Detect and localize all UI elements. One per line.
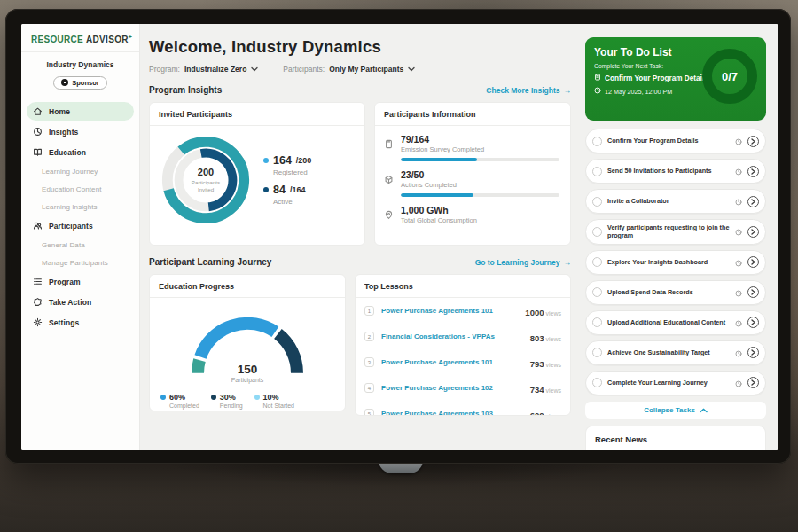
invited-donut-chart: 200 Participants Invited bbox=[159, 133, 253, 227]
clock-icon bbox=[735, 315, 742, 331]
check-more-insights-link[interactable]: Check More Insights→ bbox=[486, 86, 571, 95]
insights-cards-row: Invited Participants 200 bbox=[149, 102, 571, 246]
clock-icon bbox=[735, 345, 742, 361]
task-open-button[interactable] bbox=[747, 317, 759, 328]
logo-advisor: ADVISOR bbox=[86, 35, 129, 44]
task-open-button[interactable] bbox=[747, 166, 759, 177]
task-open-button[interactable] bbox=[747, 377, 759, 388]
lesson-views: 600views bbox=[530, 406, 561, 417]
sidebar-item-education[interactable]: Education bbox=[27, 143, 134, 161]
sidebar: RESOURCEADVISOR+ Industry Dynamics Spons… bbox=[21, 24, 140, 450]
sidebar-item-learning-journey[interactable]: Learning Journey bbox=[27, 163, 134, 179]
task-open-button[interactable] bbox=[747, 347, 759, 358]
chevron-down-icon bbox=[408, 65, 415, 74]
sidebar-item-insights[interactable]: Insights bbox=[27, 122, 134, 141]
lesson-link[interactable]: Power Purchase Agreements 101 bbox=[381, 358, 493, 366]
sponsor-icon bbox=[61, 79, 68, 86]
sidebar-item-general-data[interactable]: General Data bbox=[27, 237, 134, 253]
settings-icon bbox=[33, 317, 43, 327]
legend-total: /200 bbox=[296, 156, 312, 165]
recent-news-title: Recent News bbox=[586, 426, 765, 450]
sidebar-item-home[interactable]: Home bbox=[27, 102, 134, 121]
sidebar-item-label: Participants bbox=[49, 222, 93, 231]
learning-journey-header: Participant Learning Journey Go to Learn… bbox=[149, 257, 571, 267]
info-value: 79/164 bbox=[401, 134, 559, 145]
info-label: Emission Survey Completed bbox=[401, 145, 559, 153]
legend-dot-icon bbox=[263, 187, 269, 192]
legend-percent: 60% bbox=[169, 393, 200, 402]
task-checkbox[interactable] bbox=[592, 167, 602, 176]
program-select[interactable]: Program: Industrialize Zero bbox=[149, 65, 258, 74]
invited-participants-card: Invited Participants 200 bbox=[149, 102, 365, 246]
sidebar-item-label: General Data bbox=[42, 241, 85, 249]
task-label: Upload Additional Educational Content bbox=[607, 318, 730, 326]
lesson-link[interactable]: Power Purchase Agreements 101 bbox=[381, 307, 493, 315]
task-send-50-invitations-to-participants: Send 50 Invitations to Participants bbox=[585, 159, 766, 184]
sidebar-item-education-content[interactable]: Education Content bbox=[27, 181, 134, 197]
clock-icon bbox=[735, 163, 742, 179]
gauge-legend-pending: 30%Pending bbox=[211, 393, 243, 409]
task-open-button[interactable] bbox=[747, 226, 759, 238]
info-label: Total Global Consumption bbox=[401, 216, 559, 224]
task-achieve-one-sustainability-target: Achieve One Sustainability Target bbox=[585, 340, 766, 365]
sidebar-item-manage-participants[interactable]: Manage Participants bbox=[27, 254, 134, 270]
sidebar-item-label: Home bbox=[49, 107, 70, 116]
lesson-rank-badge: 5 bbox=[364, 409, 374, 416]
sidebar-item-take-action[interactable]: Take Action bbox=[27, 293, 134, 311]
page-title: Welcome, Industry Dynamics bbox=[149, 37, 571, 57]
task-checkbox[interactable] bbox=[592, 378, 602, 387]
task-checkbox[interactable] bbox=[592, 257, 602, 267]
clock-icon bbox=[594, 87, 601, 96]
lesson-link[interactable]: Financial Considerations - VPPAs bbox=[381, 332, 495, 340]
task-checkbox[interactable] bbox=[592, 137, 602, 146]
collapse-tasks-link[interactable]: Collapse Tasks bbox=[585, 402, 766, 419]
document-icon bbox=[594, 74, 601, 82]
arrow-right-icon: → bbox=[564, 86, 572, 95]
sidebar-item-learning-insights[interactable]: Learning Insights bbox=[27, 199, 134, 215]
task-checkbox[interactable] bbox=[592, 317, 602, 327]
sidebar-item-label: Learning Insights bbox=[42, 203, 98, 211]
invited-participants-body: 200 Participants Invited 164/200Register… bbox=[150, 126, 364, 227]
top-lessons-card: Top Lessons 1Power Purchase Agreements 1… bbox=[355, 274, 571, 416]
task-open-button[interactable] bbox=[747, 286, 759, 298]
legend-label: Completed bbox=[169, 403, 200, 409]
todo-column: Your To Do List Complete Your Next Task:… bbox=[582, 24, 778, 450]
sponsor-badge-wrap: Sponsor bbox=[21, 74, 139, 90]
task-label: Send 50 Invitations to Participants bbox=[607, 167, 730, 175]
task-checkbox[interactable] bbox=[592, 227, 602, 237]
task-checkbox[interactable] bbox=[592, 287, 602, 297]
legend-dot-icon bbox=[254, 395, 260, 400]
task-open-button[interactable] bbox=[747, 196, 759, 207]
sidebar-item-label: Education Content bbox=[42, 185, 102, 193]
task-checkbox[interactable] bbox=[592, 197, 602, 207]
sidebar-item-label: Insights bbox=[49, 128, 78, 137]
sidebar-item-label: Manage Participants bbox=[42, 259, 108, 267]
participants-select[interactable]: Participants: Only My Participants bbox=[283, 65, 415, 74]
task-upload-additional-educational-content: Upload Additional Educational Content bbox=[585, 310, 766, 335]
sidebar-item-program[interactable]: Program bbox=[27, 272, 134, 291]
task-label: Upload Spend Data Records bbox=[607, 288, 730, 296]
lesson-link[interactable]: Power Purchase Agreements 103 bbox=[381, 410, 493, 416]
info-value: 1,000 GWh bbox=[401, 205, 559, 215]
lesson-link[interactable]: Power Purchase Agreements 102 bbox=[381, 384, 493, 392]
legend-label: Not Started bbox=[263, 403, 294, 409]
lesson-rank-badge: 2 bbox=[364, 332, 374, 341]
legend-label: Registered bbox=[273, 168, 311, 176]
task-checkbox[interactable] bbox=[592, 348, 602, 357]
insights-icon bbox=[33, 127, 43, 137]
task-open-button[interactable] bbox=[747, 256, 759, 268]
sidebar-item-participants[interactable]: Participants bbox=[27, 216, 134, 235]
chevron-down-icon bbox=[251, 65, 258, 74]
todo-next-task: Confirm Your Program Details bbox=[594, 74, 711, 82]
sidebar-item-settings[interactable]: Settings bbox=[27, 313, 134, 332]
go-to-learning-journey-link[interactable]: Go to Learning Journey→ bbox=[475, 258, 571, 267]
sidebar-divider bbox=[21, 51, 139, 52]
lesson-views: 793views bbox=[530, 355, 561, 371]
legend-total: /164 bbox=[290, 185, 306, 194]
clock-icon bbox=[735, 375, 742, 391]
participants-select-label: Participants: bbox=[283, 65, 325, 74]
task-invite-a-collaborator: Invite a Collaborator bbox=[585, 189, 766, 214]
progress-bar bbox=[401, 158, 559, 161]
task-open-button[interactable] bbox=[747, 136, 759, 147]
top-lessons-title: Top Lessons bbox=[356, 275, 570, 298]
